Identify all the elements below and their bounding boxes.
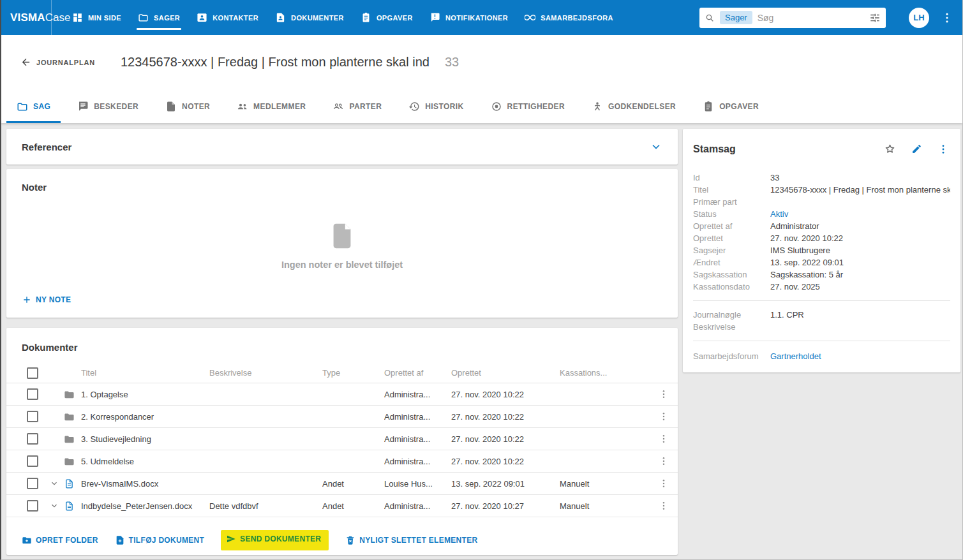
field-value: 27. nov. 2020 10:22: [770, 232, 950, 244]
status-link[interactable]: Aktiv: [770, 208, 950, 220]
case-tabs: SAG BESKEDER NOTER MEDLEMMER PARTER HIST…: [1, 89, 962, 123]
table-row-folder[interactable]: 1. Optagelse Administra... 27. nov. 2020…: [6, 383, 678, 406]
row-menu-button[interactable]: [659, 389, 669, 399]
favorite-button[interactable]: [884, 143, 896, 155]
tab-opgaver[interactable]: OPGAVER: [692, 89, 769, 123]
row-title[interactable]: 2. Korrespondancer: [81, 412, 209, 422]
row-kassation: Manuelt: [560, 501, 653, 511]
nav-dokumenter[interactable]: DOKUMENTER: [267, 0, 352, 35]
table-row-document[interactable]: Indbydelse_PeterJensen.docx Dette vdfdbv…: [6, 495, 678, 517]
back-label: JOURNALPLAN: [36, 59, 95, 66]
nav-opgaver[interactable]: OPGAVER: [353, 0, 421, 35]
send-documents-button[interactable]: SEND DOKUMENTER: [226, 534, 321, 544]
select-all-checkbox[interactable]: [27, 367, 38, 379]
global-search[interactable]: Sager: [699, 8, 886, 28]
noter-empty-text: Ingen noter er blevet tilføjet: [6, 260, 678, 270]
chat-icon: [77, 101, 89, 112]
clipboard-icon: [361, 12, 371, 23]
field-label: Journalnøgle: [693, 309, 770, 321]
tab-medlemmer[interactable]: MEDLEMMER: [227, 89, 316, 123]
divider: [693, 341, 950, 341]
tab-beskeder[interactable]: BESKEDER: [67, 89, 149, 123]
table-row-folder[interactable]: 2. Korrespondancer Administra... 27. nov…: [6, 406, 678, 428]
field-label: Oprettet af: [693, 220, 770, 232]
tab-sag[interactable]: SAG: [6, 89, 61, 123]
recently-deleted-label: NYLIGT SLETTET ELEMENTER: [359, 536, 477, 545]
search-icon: [705, 13, 715, 23]
field-value: 27. nov. 2025: [770, 281, 950, 293]
search-filter-button[interactable]: [869, 12, 881, 24]
tab-label: GODKENDELSER: [608, 102, 676, 111]
recently-deleted-button[interactable]: NYLIGT SLETTET ELEMENTER: [345, 535, 477, 545]
table-row-folder[interactable]: 5. Udmeldelse Administra... 27. nov. 202…: [6, 450, 678, 473]
row-checkbox[interactable]: [27, 388, 38, 400]
chevron-down-icon: [50, 479, 59, 488]
row-kassation: Manuelt: [560, 479, 653, 489]
forum-link[interactable]: Gartnerholdet: [770, 350, 950, 362]
table-row-folder[interactable]: 3. Studievejledning Administra... 27. no…: [6, 428, 678, 450]
field-value: 1.1. CPR: [770, 309, 950, 321]
document-icon: [64, 478, 81, 489]
row-expand-button[interactable]: [50, 501, 59, 510]
user-avatar[interactable]: LH: [909, 8, 929, 28]
tab-historik[interactable]: HISTORIK: [398, 89, 474, 123]
row-checkbox[interactable]: [27, 411, 38, 422]
row-checkbox[interactable]: [27, 455, 38, 467]
back-to-journalplan[interactable]: JOURNALPLAN: [20, 57, 95, 68]
row-checkbox[interactable]: [27, 478, 38, 489]
folder-icon: [64, 456, 81, 467]
row-title[interactable]: 5. Udmeldelse: [81, 457, 209, 466]
app-logo[interactable]: VISMACase: [1, 11, 51, 24]
row-menu-button[interactable]: [659, 411, 669, 422]
row-checkbox[interactable]: [27, 433, 38, 445]
tab-label: RETTIGHEDER: [507, 102, 565, 111]
row-expand-button[interactable]: [50, 479, 59, 488]
people-outline-icon: [332, 101, 344, 112]
nav-samarbejdsfora[interactable]: SAMARBEJDSFORA: [517, 0, 621, 35]
add-document-button[interactable]: TILFØJ DOKUMENT: [115, 535, 205, 545]
dokumenter-panel: Dokumenter Titel Beskrivelse Type Oprett…: [6, 328, 678, 555]
edit-case-button[interactable]: [911, 144, 922, 154]
topbar-menu-button[interactable]: [941, 11, 953, 24]
create-folder-button[interactable]: OPRET FOLDER: [22, 535, 98, 545]
row-title[interactable]: Indbydelse_PeterJensen.docx: [81, 501, 209, 511]
row-title[interactable]: 3. Studievejledning: [81, 434, 209, 444]
tab-noter[interactable]: NOTER: [155, 89, 220, 123]
row-menu-button[interactable]: [659, 434, 669, 444]
tab-label: BESKEDER: [94, 102, 138, 111]
tab-label: SAG: [33, 102, 50, 111]
row-menu-button[interactable]: [659, 501, 669, 511]
row-menu-button[interactable]: [659, 456, 669, 466]
arrow-left-icon: [20, 57, 31, 68]
tab-label: MEDLEMMER: [253, 102, 306, 111]
row-title[interactable]: 1. Optagelse: [81, 390, 209, 399]
nav-kontakter[interactable]: KONTAKTER: [189, 0, 266, 35]
nav-label: SAGER: [154, 14, 180, 22]
nav-sager[interactable]: SAGER: [130, 0, 188, 35]
search-scope-chip[interactable]: Sager: [720, 11, 752, 24]
row-title[interactable]: Brev-VismaIMS.docx: [81, 479, 209, 489]
nav-min-side[interactable]: MIN SIDE: [64, 0, 129, 35]
tab-label: HISTORIK: [425, 102, 463, 111]
referencer-expand-button[interactable]: [650, 140, 662, 153]
row-menu-button[interactable]: [659, 478, 669, 489]
new-note-button[interactable]: NY NOTE: [22, 295, 71, 305]
field-label: Kassationsdato: [693, 281, 770, 293]
col-oprettet: Oprettet: [451, 368, 560, 378]
field-label: Id: [693, 172, 770, 184]
tab-parter[interactable]: PARTER: [322, 89, 392, 123]
table-row-document[interactable]: Brev-VismaIMS.docx Andet Louise Hus... 1…: [6, 473, 678, 495]
nav-notifikationer[interactable]: NOTIFIKATIONER: [422, 0, 516, 35]
kebab-icon: [659, 501, 669, 511]
field-value: IMS Slutbrugere: [770, 244, 950, 256]
stamsag-menu-button[interactable]: [937, 144, 949, 155]
tab-godkendelser[interactable]: GODKENDELSER: [581, 89, 686, 123]
tab-rettigheder[interactable]: RETTIGHEDER: [481, 89, 575, 123]
contact-badge-icon: [197, 12, 207, 23]
search-input[interactable]: [758, 13, 869, 23]
row-checkbox[interactable]: [27, 500, 38, 512]
col-oprettet-af: Oprettet af: [384, 368, 451, 378]
chevron-down-icon: [650, 140, 662, 153]
clipboard-icon: [703, 101, 714, 112]
send-documents-label: SEND DOKUMENTER: [240, 534, 321, 543]
